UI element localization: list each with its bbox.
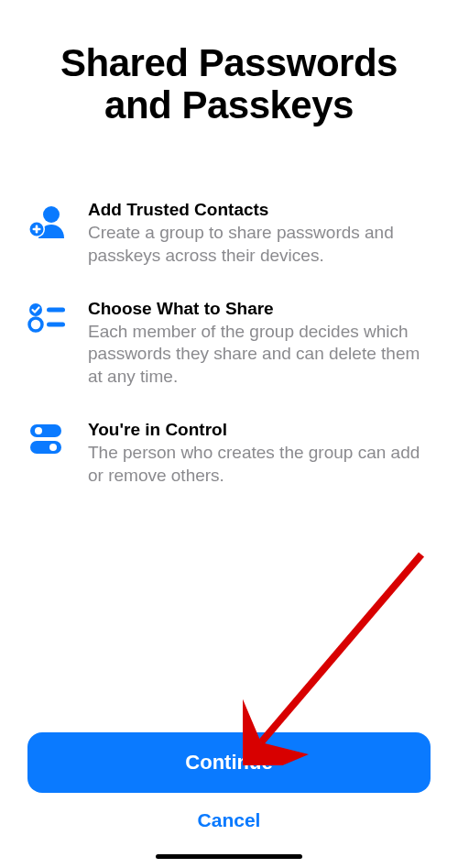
- feature-choose-share: Choose What to Share Each member of the …: [27, 299, 431, 389]
- feature-description: Each member of the group decides which p…: [88, 321, 431, 389]
- feature-in-control: You're in Control The person who creates…: [27, 420, 431, 487]
- page-title: Shared Passwords and Passkeys: [27, 42, 431, 126]
- toggles-icon: [27, 420, 75, 456]
- feature-heading: You're in Control: [88, 420, 431, 440]
- svg-point-0: [43, 206, 60, 223]
- feature-add-contacts: Add Trusted Contacts Create a group to s…: [27, 200, 431, 267]
- svg-point-12: [49, 444, 57, 451]
- checklist-icon: [27, 299, 75, 334]
- feature-list: Add Trusted Contacts Create a group to s…: [27, 200, 431, 518]
- cancel-button[interactable]: Cancel: [27, 793, 431, 833]
- feature-description: The person who creates the group can add…: [88, 442, 431, 487]
- add-person-icon: [27, 200, 75, 238]
- feature-heading: Add Trusted Contacts: [88, 200, 431, 220]
- svg-point-10: [35, 427, 42, 434]
- action-buttons: Continue Cancel: [27, 732, 431, 868]
- svg-rect-8: [47, 322, 65, 326]
- svg-rect-4: [33, 228, 41, 231]
- home-indicator: [156, 854, 302, 859]
- continue-button[interactable]: Continue: [27, 732, 431, 793]
- svg-rect-6: [47, 307, 65, 312]
- feature-heading: Choose What to Share: [88, 299, 431, 319]
- feature-description: Create a group to share passwords and pa…: [88, 222, 431, 267]
- svg-point-7: [29, 318, 42, 331]
